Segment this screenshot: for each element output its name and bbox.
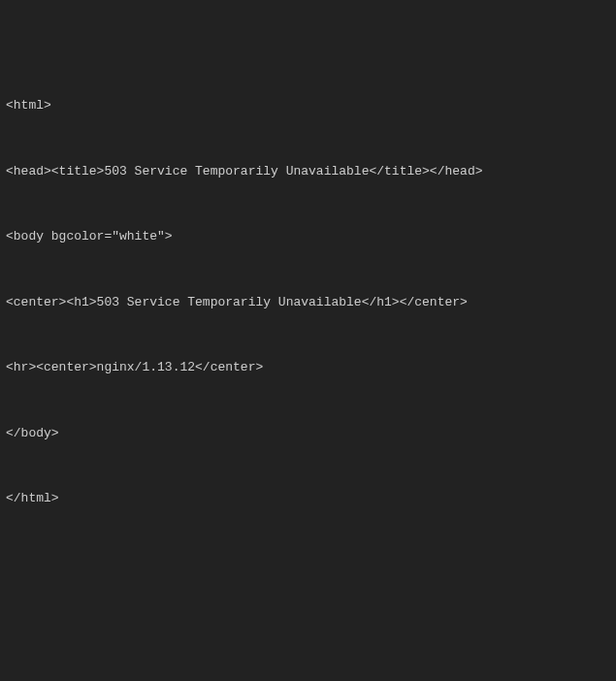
code-line: </html> — [6, 488, 610, 510]
code-line: <head><title>503 Service Temporarily Una… — [6, 161, 610, 183]
code-line: <html> — [6, 95, 610, 117]
code-line: </body> — [6, 423, 610, 445]
html-block-1: <html> <head><title>503 Service Temporar… — [6, 51, 610, 554]
code-output: <html> <head><title>503 Service Temporar… — [6, 8, 610, 681]
code-line: <center><h1>503 Service Temporarily Unav… — [6, 292, 610, 314]
code-line: <hr><center>nginx/1.13.12</center> — [6, 357, 610, 379]
code-line: <body bgcolor="white"> — [6, 226, 610, 248]
html-block-2: <html> <head><title>503 Service Temporar… — [6, 641, 610, 682]
